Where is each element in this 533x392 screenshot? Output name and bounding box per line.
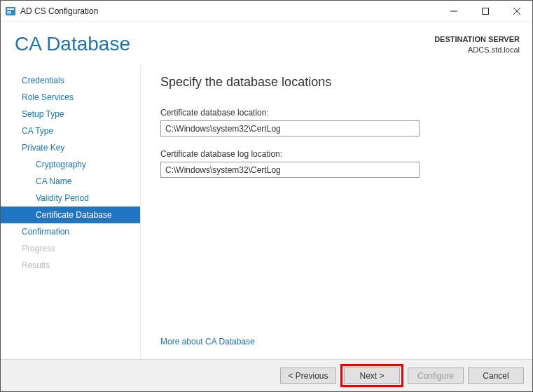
sidebar-item-label: CA Name [36,176,71,186]
next-button-highlight: Next > [340,364,403,387]
sidebar-item-credentials[interactable]: Credentials [1,72,140,89]
db-location-label: Certificate database location: [160,108,514,118]
db-location-input[interactable] [160,120,420,136]
log-location-input[interactable] [160,162,420,178]
svg-rect-5 [482,8,488,14]
main-panel: Specify the database locations Certifica… [141,65,532,359]
svg-rect-2 [7,11,11,13]
sidebar-item-label: Progress [22,244,55,253]
sidebar-item-label: Confirmation [22,227,69,237]
sidebar-item-role-services[interactable]: Role Services [1,89,140,106]
sidebar-item-label: Certificate Database [36,210,112,220]
sidebar-item-label: Role Services [22,92,74,102]
sidebar-item-private-key[interactable]: Private Key [1,139,140,156]
title-bar: AD CS Configuration [1,1,532,22]
log-location-label: Certificate database log location: [160,149,514,159]
minimize-button[interactable] [438,1,469,21]
sidebar-item-label: Cryptography [36,160,86,169]
sidebar-item-label: Setup Type [22,109,64,119]
app-icon [5,6,16,17]
configure-button[interactable]: Configure [408,368,464,384]
svg-rect-3 [7,13,11,14]
header: CA Database DESTINATION SERVER ADCS.std.… [1,22,532,65]
wizard-footer: < Previous Next > Configure Cancel [1,359,532,391]
sidebar-item-setup-type[interactable]: Setup Type [1,106,140,122]
sidebar-item-label: Credentials [22,76,64,85]
sidebar-item-cryptography[interactable]: Cryptography [1,156,140,173]
previous-button[interactable]: < Previous [280,368,336,384]
window-title: AD CS Configuration [20,6,98,16]
page-title: CA Database [15,33,130,55]
destination-server-value: ADCS.std.local [434,45,520,55]
sidebar-item-label: Private Key [22,143,64,153]
sidebar-item-confirmation[interactable]: Confirmation [1,223,140,240]
more-about-link[interactable]: More about CA Database [160,337,514,346]
sidebar-item-certificate-database[interactable]: Certificate Database [1,206,140,223]
sidebar-item-label: Results [22,260,50,270]
sidebar-item-ca-type[interactable]: CA Type [1,122,140,139]
close-button[interactable] [501,1,532,21]
next-button[interactable]: Next > [344,368,400,384]
sidebar-item-label: Validity Period [36,193,89,203]
maximize-button[interactable] [469,1,501,21]
sidebar-item-ca-name[interactable]: CA Name [1,173,140,190]
svg-rect-1 [7,8,14,10]
destination-server-label: DESTINATION SERVER [434,34,520,45]
main-heading: Specify the database locations [160,75,514,90]
body: CredentialsRole ServicesSetup TypeCA Typ… [1,65,532,359]
window-controls [438,1,532,21]
destination-server: DESTINATION SERVER ADCS.std.local [434,34,520,56]
sidebar-item-validity-period[interactable]: Validity Period [1,190,140,206]
sidebar-item-results: Results [1,257,140,274]
cancel-button[interactable]: Cancel [468,368,524,384]
sidebar-item-label: CA Type [22,126,53,136]
sidebar-item-progress: Progress [1,240,140,257]
wizard-sidebar: CredentialsRole ServicesSetup TypeCA Typ… [1,65,141,359]
